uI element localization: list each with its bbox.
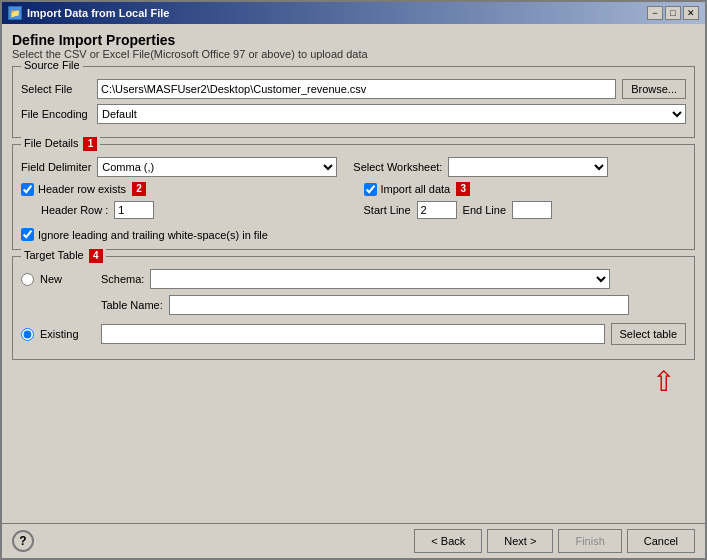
badge-3: 3 (456, 182, 470, 196)
cancel-button[interactable]: Cancel (627, 529, 695, 553)
file-encoding-select[interactable]: Default (97, 104, 686, 124)
file-path-input[interactable] (97, 79, 616, 99)
header-row-checkbox[interactable] (21, 183, 34, 196)
window-icon: 📁 (8, 6, 22, 20)
new-label: New (40, 273, 95, 285)
title-bar-buttons: − □ ✕ (647, 6, 699, 20)
source-file-label: Source File (21, 59, 83, 71)
file-encoding-label: File Encoding (21, 108, 91, 120)
import-all-data-label: Import all data (381, 183, 451, 195)
header-row-input[interactable] (114, 201, 154, 219)
close-button[interactable]: ✕ (683, 6, 699, 20)
existing-label: Existing (40, 328, 95, 340)
start-line-label: Start Line (364, 204, 411, 216)
window-title: Import Data from Local File (27, 7, 169, 19)
schema-label: Schema: (101, 273, 144, 285)
select-worksheet-label: Select Worksheet: (353, 161, 442, 173)
table-name-label: Table Name: (101, 299, 163, 311)
red-arrow-icon: ⇧ (652, 368, 675, 396)
existing-radio[interactable] (21, 328, 34, 341)
next-button[interactable]: Next > (487, 529, 553, 553)
new-radio[interactable] (21, 273, 34, 286)
end-line-input[interactable] (512, 201, 552, 219)
schema-select[interactable] (150, 269, 610, 289)
page-subtitle: Select the CSV or Excel File(Microsoft O… (12, 48, 695, 60)
badge-2: 2 (132, 182, 146, 196)
file-details-group: File Details 1 Field Delimiter Comma (,)… (12, 144, 695, 250)
field-delimiter-label: Field Delimiter (21, 161, 91, 173)
finish-button[interactable]: Finish (558, 529, 621, 553)
end-line-label: End Line (463, 204, 506, 216)
badge-1: 1 (83, 137, 97, 151)
worksheet-select[interactable] (448, 157, 608, 177)
source-file-group: Source File Select File Browse... File E… (12, 66, 695, 138)
title-bar: 📁 Import Data from Local File − □ ✕ (2, 2, 705, 24)
ignore-whitespace-label: Ignore leading and trailing white-space(… (38, 229, 268, 241)
badge-4: 4 (89, 249, 103, 263)
page-heading: Define Import Properties (12, 32, 695, 48)
header-row-label: Header Row : (41, 204, 108, 216)
help-button[interactable]: ? (12, 530, 34, 552)
field-delimiter-select[interactable]: Comma (,) (97, 157, 337, 177)
table-name-input[interactable] (169, 295, 629, 315)
start-line-input[interactable] (417, 201, 457, 219)
target-table-group: Target Table 4 New Schema: Table Name: E… (12, 256, 695, 360)
target-table-label: Target Table 4 (21, 249, 106, 263)
import-all-data-checkbox[interactable] (364, 183, 377, 196)
main-content: Define Import Properties Select the CSV … (2, 24, 705, 523)
bottom-bar: ? < Back Next > Finish Cancel (2, 523, 705, 558)
existing-table-input[interactable] (101, 324, 605, 344)
select-file-label: Select File (21, 83, 91, 95)
header-row-exists-label: Header row exists (38, 183, 126, 195)
maximize-button[interactable]: □ (665, 6, 681, 20)
arrow-container: ⇧ (12, 368, 695, 396)
main-window: 📁 Import Data from Local File − □ ✕ Defi… (0, 0, 707, 560)
back-button[interactable]: < Back (414, 529, 482, 553)
minimize-button[interactable]: − (647, 6, 663, 20)
browse-button[interactable]: Browse... (622, 79, 686, 99)
select-table-button[interactable]: Select table (611, 323, 686, 345)
file-details-label: File Details 1 (21, 137, 100, 151)
ignore-whitespace-checkbox[interactable] (21, 228, 34, 241)
